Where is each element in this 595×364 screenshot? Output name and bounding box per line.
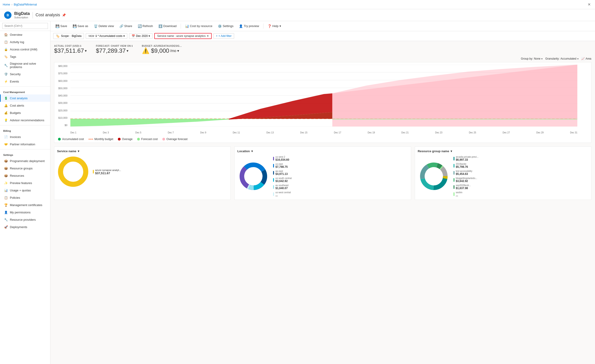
close-button[interactable]: ✕ — [586, 1, 592, 8]
rg-chevron-icon: ▾ — [451, 149, 452, 153]
sidebar-item-invoices[interactable]: 📄Invoices — [0, 133, 50, 140]
sidebar-item-preview-features[interactable]: ✨Preview features — [0, 179, 50, 187]
sidebar-item-partner-information[interactable]: 🤝Partner information — [0, 140, 50, 148]
sidebar-icon-12: 🤝 — [4, 142, 8, 146]
sidebar-item-budgets[interactable]: 💰Budgets — [0, 109, 50, 116]
date-button[interactable]: 📅 Dec 2020 ▾ — [129, 33, 152, 39]
actual-cost-item: ACTUAL COST (USD) ℹ $37,511.67 ▾ — [54, 45, 87, 54]
sidebar-icon-20: 👤 — [4, 210, 8, 214]
legend-overage: Overage — [118, 138, 133, 141]
try-preview-button[interactable]: 👤 Try preview — [237, 23, 261, 29]
sidebar-label-3: Tags — [10, 55, 16, 58]
breadcrumb-home[interactable]: Home — [3, 3, 10, 6]
breadcrumb-sep: › — [11, 3, 12, 6]
sidebar-item-management-certificates[interactable]: 🏆Management certificates — [0, 201, 50, 209]
sidebar-label-6: Events — [10, 80, 19, 83]
sidebar-icon-10: 💡 — [4, 118, 8, 122]
sidebar-item-programmatic-deployment[interactable]: 📦Programmatic deployment — [0, 157, 50, 165]
location-chart-panel: Location ▾ — [234, 147, 411, 200]
help-button[interactable]: ❓ Help ▾ — [265, 23, 283, 29]
svg-text:B: B — [7, 13, 9, 17]
sidebar-item-advisor-recommendations[interactable]: 💡Advisor recommendations — [0, 116, 50, 124]
main-content: ACTUAL COST (USD) ℹ $37,511.67 ▾ FORECAS… — [50, 41, 595, 364]
download-button[interactable]: ⬇️ Download — [156, 23, 179, 29]
rg-item-1: arcadia-private-previ...$6,997.33 — [453, 156, 479, 161]
sidebar-label-22: Deployments — [10, 225, 27, 229]
view-button[interactable]: VIEW ℹ * Accumulated costs ▾ — [86, 33, 127, 39]
forecast-label-text: FORECAST: CHART VIEW ON — [96, 45, 131, 47]
svg-marker-17 — [332, 119, 577, 119]
sidebar-label-2: Access control (IAM) — [10, 48, 37, 51]
group-by-control[interactable]: Group by: None ▾ — [521, 57, 543, 60]
share-button[interactable]: 🔗 Share — [117, 23, 135, 29]
delete-view-button[interactable]: 🗑️ Delete view — [92, 23, 116, 29]
budget-suffix-text: /mo — [170, 49, 176, 53]
service-chart-title[interactable]: Service name ▾ — [57, 149, 228, 153]
sidebar-item-events[interactable]: ⚡Events — [0, 78, 50, 85]
app-title-block: BigData Subscription — [14, 11, 30, 19]
cost-resource-icon: 📊 — [185, 24, 189, 28]
scope-button[interactable]: 🏷️ Scope : BigData — [53, 33, 84, 39]
save-button[interactable]: 💾 Save — [53, 23, 70, 29]
refresh-button[interactable]: 🔄 Refresh — [135, 23, 156, 29]
settings-button[interactable]: ⚙️ Settings — [216, 23, 236, 29]
sidebar-item-tags[interactable]: 🏷️Tags — [0, 53, 50, 60]
search-input[interactable] — [2, 23, 48, 29]
granularity-control[interactable]: Granularity: Accumulated ▾ — [545, 57, 578, 60]
sidebar-icon-6: ⚡ — [4, 79, 8, 84]
chart-area-icon: 📈 — [581, 57, 585, 60]
sidebar-item-resource-groups[interactable]: 📦Resource groups — [0, 165, 50, 172]
rg-item-5: sep2020bcdr...$1,637.98 — [453, 184, 479, 190]
view-type-control[interactable]: 📈 Area — [581, 57, 591, 60]
sidebar-item-activity-log[interactable]: 📋Activity log — [0, 38, 50, 46]
rg-bar-2 — [453, 164, 454, 168]
sidebar-icon-7: 💲 — [4, 96, 8, 100]
cost-by-resource-button[interactable]: 📊 Cost by resource — [183, 23, 215, 29]
sidebar-item-security[interactable]: 🛡️Security — [0, 70, 50, 78]
chart-legend: Accumulated cost Monthly budget Overage … — [54, 136, 591, 143]
y-label-0: $0 — [56, 124, 67, 126]
sidebar-item-cost-analysis[interactable]: 💲Cost analysis — [0, 94, 50, 102]
location-chart-title[interactable]: Location ▾ — [237, 149, 408, 153]
app-header: B BigData Subscription Cost analysis 📌 — [0, 9, 595, 21]
scope-icon: 🏷️ — [56, 34, 60, 38]
sidebar-item-usage--quotas[interactable]: 📊Usage + quotas — [0, 187, 50, 194]
forecast-trend-icon: ▾ — [127, 49, 128, 53]
sidebar-item-diagnose-and-solve-problems[interactable]: 🔧Diagnose and solve problems — [0, 60, 50, 70]
sidebar-item-access-control-iam[interactable]: 🔒Access control (IAM) — [0, 46, 50, 53]
toolbar-divider-2 — [263, 24, 263, 29]
save-as-icon: 💾 — [73, 24, 77, 28]
sidebar-item-policies[interactable]: 📋Policies — [0, 194, 50, 201]
rg-chart-title[interactable]: Resource group name ▾ — [418, 149, 588, 153]
view-info-icon: ℹ — [96, 34, 97, 38]
sidebar-label-19: Management certificates — [10, 203, 42, 207]
breadcrumb: Home › BigDataPMInternal — [3, 3, 37, 6]
settings-icon: ⚙️ — [218, 24, 222, 28]
y-label-60k: $60,000 — [56, 80, 67, 82]
sidebar-item-cost-alerts[interactable]: 🔔Cost alerts — [0, 102, 50, 109]
sidebar-item-resources[interactable]: 📦Resources — [0, 172, 50, 179]
sidebar-item-deployments[interactable]: 🚀Deployments — [0, 223, 50, 231]
delete-label: Delete view — [99, 24, 114, 28]
sidebar-item-my-permissions[interactable]: 👤My permissions — [0, 209, 50, 216]
cost-summary: ACTUAL COST (USD) ℹ $37,511.67 ▾ FORECAS… — [54, 45, 591, 54]
delete-icon: 🗑️ — [94, 24, 98, 28]
sidebar-label-7: Cost analysis — [10, 97, 28, 100]
pin-icon[interactable]: 📌 — [62, 13, 66, 17]
sidebar-icon-1: 📋 — [4, 40, 8, 44]
location-donut-section: us west 2$16,034.60 us east$7,788.75 ap … — [237, 156, 408, 197]
legend-dot-overage — [118, 138, 120, 140]
sidebar-label-21: Resource providers — [10, 218, 36, 221]
sidebar-label-15: Resources — [10, 174, 24, 177]
rg-title-text: Resource group name — [418, 149, 449, 153]
sidebar-item-resource-providers[interactable]: 🔧Resource providers — [0, 216, 50, 223]
breadcrumb-subscription[interactable]: BigDataPMInternal — [14, 3, 37, 6]
sidebar-item-overview[interactable]: 🏠Overview — [0, 31, 50, 38]
save-as-button[interactable]: 💾 Save as — [71, 23, 91, 29]
service-filter-close[interactable]: ✕ — [207, 34, 209, 38]
svg-point-35 — [427, 169, 441, 183]
y-label-40k: $40,000 — [56, 94, 67, 97]
save-as-label: Save as — [78, 24, 88, 28]
add-filter-button[interactable]: + + Add filter — [213, 33, 234, 39]
legend-dot-accumulated — [58, 138, 61, 140]
